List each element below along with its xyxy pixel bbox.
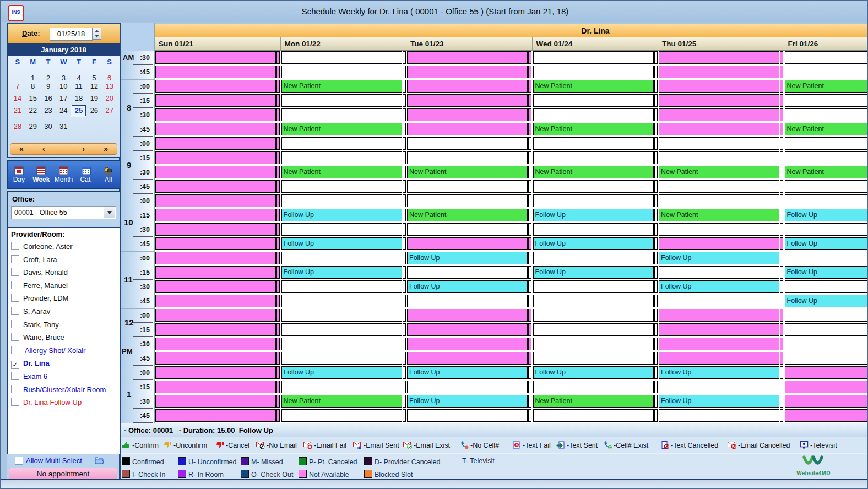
slot-not-available[interactable] — [155, 237, 276, 250]
slot-not-available[interactable] — [155, 409, 276, 422]
slot-open[interactable] — [785, 137, 868, 150]
slot-open[interactable] — [281, 352, 402, 365]
slot-open[interactable] — [533, 323, 654, 336]
slot-not-available[interactable] — [407, 108, 528, 121]
slot-not-available[interactable] — [155, 381, 276, 393]
slot-not-available[interactable] — [155, 295, 276, 307]
provider-checkbox[interactable] — [11, 294, 19, 302]
appointment-new-patient[interactable]: New Patient — [659, 166, 779, 178]
appointment-follow-up[interactable]: Follow Up — [407, 366, 528, 379]
date-input[interactable]: 01/25/18 — [50, 28, 93, 41]
calendar-day-16[interactable]: 16 — [41, 93, 56, 105]
slot-open[interactable] — [533, 51, 654, 64]
calendar-day-17[interactable]: 17 — [56, 93, 71, 105]
view-button-cal[interactable]: Cal. — [75, 166, 97, 183]
slot-open[interactable] — [659, 180, 779, 193]
calendar-day-30[interactable]: 30 — [41, 121, 56, 133]
provider-checkbox[interactable] — [11, 320, 19, 328]
slot-not-available[interactable] — [785, 381, 868, 393]
slot-open[interactable] — [785, 223, 868, 236]
provider-item[interactable]: Allergy Shot/ Xolair — [11, 345, 118, 357]
slot-open[interactable] — [533, 280, 654, 293]
calendar-next-month-button[interactable]: › — [82, 144, 85, 154]
calendar-day-20[interactable]: 20 — [102, 93, 117, 105]
appointment-follow-up[interactable]: Follow Up — [407, 252, 528, 264]
slot-open[interactable] — [281, 280, 402, 293]
slot-open[interactable] — [533, 381, 654, 393]
slot-not-available[interactable] — [659, 237, 779, 250]
provider-item[interactable]: S, Aarav — [11, 306, 118, 318]
provider-item[interactable]: ✓Dr. Lina — [11, 358, 118, 370]
slot-open[interactable] — [407, 409, 528, 422]
slot-not-available[interactable] — [659, 66, 779, 78]
appointment-follow-up[interactable]: Follow Up — [659, 252, 779, 264]
appointment-follow-up[interactable]: Follow Up — [281, 266, 402, 279]
slot-not-available[interactable] — [155, 223, 276, 236]
slot-open[interactable] — [659, 266, 779, 279]
slot-open[interactable] — [785, 252, 868, 264]
provider-checkbox[interactable] — [11, 242, 19, 250]
slot-not-available[interactable] — [785, 366, 868, 379]
appointment-new-patient[interactable]: New Patient — [533, 166, 654, 178]
provider-checkbox[interactable] — [11, 268, 19, 276]
slot-not-available[interactable] — [659, 123, 779, 135]
appointment-new-patient[interactable]: New Patient — [785, 80, 868, 93]
slot-not-available[interactable] — [407, 66, 528, 78]
calendar-day-24[interactable]: 24 — [56, 105, 71, 117]
slot-open[interactable] — [533, 252, 654, 264]
calendar-day-23[interactable]: 23 — [41, 105, 56, 117]
appointment-follow-up[interactable]: Follow Up — [533, 209, 654, 221]
slot-not-available[interactable] — [155, 252, 276, 264]
calendar-day-12[interactable]: 12 — [86, 80, 102, 93]
slot-not-available[interactable] — [407, 94, 528, 107]
slot-open[interactable] — [659, 194, 779, 207]
calendar-day-8[interactable]: 8 — [25, 80, 41, 93]
slot-open[interactable] — [407, 180, 528, 193]
calendar-day-11[interactable]: 11 — [71, 80, 86, 93]
slot-open[interactable] — [785, 94, 868, 107]
appointment-new-patient[interactable]: New Patient — [281, 80, 402, 93]
slot-not-available[interactable] — [155, 209, 276, 221]
slot-open[interactable] — [533, 194, 654, 207]
appointment-follow-up[interactable]: Follow Up — [533, 366, 654, 379]
provider-item[interactable]: Corleone, Aster — [11, 241, 118, 253]
slot-open[interactable] — [407, 295, 528, 307]
slot-open[interactable] — [281, 409, 402, 422]
slot-not-available[interactable] — [407, 123, 528, 135]
calendar-day-7[interactable]: 7 — [10, 80, 25, 93]
appointment-follow-up[interactable]: Follow Up — [281, 237, 402, 250]
appointment-new-patient[interactable]: New Patient — [407, 166, 528, 178]
slot-not-available[interactable] — [659, 51, 779, 64]
slot-open[interactable] — [659, 151, 779, 164]
slot-open[interactable] — [407, 194, 528, 207]
appointment-follow-up[interactable]: Follow Up — [533, 266, 654, 279]
multi-select-folder-icon[interactable] — [94, 456, 104, 467]
slot-not-available[interactable] — [155, 151, 276, 164]
calendar-day-29[interactable]: 29 — [25, 121, 41, 133]
provider-checkbox[interactable] — [11, 398, 19, 406]
calendar-next-year-button[interactable]: » — [104, 144, 108, 154]
provider-item[interactable]: Wane, Bruce — [11, 332, 118, 344]
calendar-prev-month-button[interactable]: ‹ — [42, 144, 45, 154]
slot-not-available[interactable] — [659, 108, 779, 121]
slot-open[interactable] — [785, 51, 868, 64]
slot-not-available[interactable] — [155, 166, 276, 178]
provider-item[interactable]: Rush/Cluster/Xolair Room — [11, 384, 118, 396]
calendar-day-26[interactable]: 26 — [86, 105, 102, 117]
appointment-follow-up[interactable]: Follow Up — [785, 209, 868, 221]
allow-multi-select-checkbox[interactable] — [15, 457, 23, 465]
slot-open[interactable] — [407, 151, 528, 164]
slot-not-available[interactable] — [155, 94, 276, 107]
slot-not-available[interactable] — [407, 51, 528, 64]
slot-open[interactable] — [281, 338, 402, 350]
appointment-follow-up[interactable]: Follow Up — [785, 295, 868, 307]
slot-not-available[interactable] — [155, 323, 276, 336]
slot-not-available[interactable] — [407, 309, 528, 322]
appointment-new-patient[interactable]: New Patient — [407, 209, 528, 221]
slot-not-available[interactable] — [155, 280, 276, 293]
appointment-follow-up[interactable]: Follow Up — [785, 237, 868, 250]
slot-open[interactable] — [533, 151, 654, 164]
provider-checkbox[interactable] — [11, 281, 19, 289]
slot-not-available[interactable] — [155, 309, 276, 322]
appointment-follow-up[interactable]: Follow Up — [659, 366, 779, 379]
